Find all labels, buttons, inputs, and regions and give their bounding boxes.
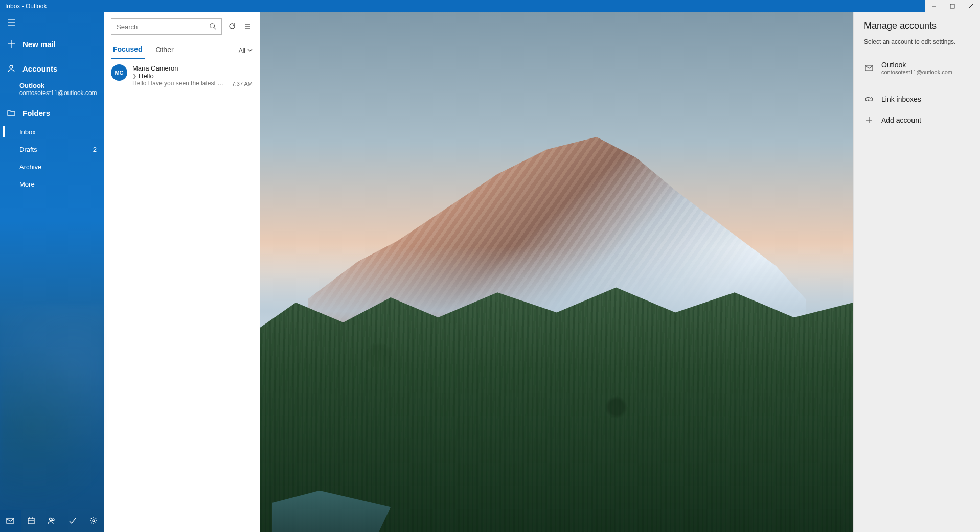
search-input[interactable] — [117, 23, 209, 31]
nav-account-name: Outlook — [19, 82, 97, 89]
panel-title: Manage accounts — [854, 20, 980, 38]
new-mail-button[interactable]: New mail — [0, 33, 104, 55]
tab-other[interactable]: Other — [154, 42, 176, 59]
add-account-button[interactable]: Add account — [854, 110, 980, 130]
folder-drafts[interactable]: Drafts 2 — [0, 141, 104, 158]
folder-more-label: More — [19, 180, 35, 188]
title-bar: Inbox - Outlook — [0, 0, 980, 12]
minimize-button[interactable] — [925, 0, 943, 12]
chevron-down-icon — [247, 47, 253, 54]
tab-other-label: Other — [156, 45, 174, 54]
background-forest — [260, 283, 853, 532]
svg-point-18 — [210, 23, 215, 28]
manage-accounts-panel: Manage accounts Select an account to edi… — [853, 12, 980, 532]
svg-point-17 — [93, 520, 95, 522]
reading-pane — [260, 12, 853, 532]
folders-label: Folders — [22, 109, 50, 118]
svg-point-16 — [52, 519, 54, 521]
nav-account-email: contosotest11@outlook.com — [19, 89, 97, 97]
person-icon — [7, 64, 15, 73]
calendar-app-button[interactable] — [21, 510, 42, 532]
panel-account-item[interactable]: Outlook contosotest11@outlook.com — [854, 55, 980, 81]
sync-button[interactable] — [227, 21, 237, 32]
chevron-right-icon: ❯ — [132, 73, 136, 79]
accounts-label: Accounts — [22, 64, 57, 73]
new-mail-label: New mail — [22, 40, 56, 49]
tab-focused[interactable]: Focused — [111, 42, 145, 59]
window-title: Inbox - Outlook — [5, 3, 47, 10]
link-inboxes-button[interactable]: Link inboxes — [854, 88, 980, 110]
nav-footer — [0, 510, 104, 532]
people-icon — [48, 517, 56, 525]
tab-focused-label: Focused — [113, 45, 143, 53]
accounts-section-header[interactable]: Accounts — [0, 58, 104, 79]
svg-line-19 — [214, 27, 216, 29]
plus-icon — [7, 40, 15, 48]
panel-account-email: contosotest11@outlook.com — [881, 69, 952, 75]
add-account-label: Add account — [881, 116, 921, 124]
email-time: 7:37 AM — [232, 81, 253, 87]
svg-rect-1 — [950, 4, 954, 8]
folder-archive[interactable]: Archive — [0, 158, 104, 175]
folder-inbox[interactable]: Inbox — [0, 123, 104, 141]
mail-app-button[interactable] — [0, 510, 21, 532]
folder-inbox-label: Inbox — [19, 128, 36, 136]
email-from: Maria Cameron — [132, 64, 227, 72]
people-app-button[interactable] — [41, 510, 62, 532]
svg-point-15 — [50, 518, 52, 521]
link-icon — [864, 95, 874, 104]
mail-icon — [864, 64, 874, 72]
link-inboxes-label: Link inboxes — [881, 95, 921, 103]
folder-archive-label: Archive — [19, 163, 41, 171]
folders-section-header[interactable]: Folders — [0, 103, 104, 123]
email-preview: Hello Have you seen the latest new, ... — [132, 80, 227, 87]
todo-app-button[interactable] — [62, 510, 83, 532]
gear-icon — [89, 517, 98, 525]
message-list-pane: Focused Other All MC Maria Cameron ❯ Hel… — [104, 12, 260, 532]
search-box[interactable] — [111, 18, 222, 35]
menu-icon — [7, 18, 15, 27]
selection-icon — [243, 22, 252, 32]
svg-rect-10 — [7, 518, 14, 523]
avatar-initials: MC — [115, 70, 123, 76]
window-controls — [925, 0, 980, 12]
filter-dropdown[interactable]: All — [239, 47, 253, 54]
folder-drafts-label: Drafts — [19, 146, 37, 153]
svg-point-9 — [10, 65, 13, 68]
todo-icon — [69, 517, 77, 525]
folder-icon — [7, 109, 15, 117]
folder-drafts-count: 2 — [93, 146, 97, 153]
folder-more[interactable]: More — [0, 175, 104, 193]
search-icon[interactable] — [209, 22, 216, 31]
email-item[interactable]: MC Maria Cameron ❯ Hello Hello Have you … — [104, 59, 260, 92]
svg-rect-11 — [28, 518, 34, 524]
nav-account-outlook[interactable]: Outlook contosotest11@outlook.com — [0, 79, 104, 100]
mail-icon — [6, 517, 14, 525]
hamburger-button[interactable] — [0, 12, 104, 33]
avatar: MC — [111, 64, 127, 81]
panel-account-name: Outlook — [881, 61, 952, 69]
svg-rect-23 — [865, 65, 873, 71]
plus-icon — [864, 116, 874, 124]
left-navigation: New mail Accounts Outlook contosotest11@… — [0, 12, 104, 532]
email-subject: Hello — [139, 72, 154, 80]
calendar-icon — [27, 517, 35, 525]
settings-button[interactable] — [83, 510, 104, 532]
close-button[interactable] — [962, 0, 980, 12]
filter-label: All — [239, 47, 245, 54]
maximize-button[interactable] — [943, 0, 962, 12]
panel-subtitle: Select an account to edit settings. — [854, 38, 980, 55]
refresh-icon — [228, 22, 236, 32]
selection-mode-button[interactable] — [242, 21, 253, 32]
